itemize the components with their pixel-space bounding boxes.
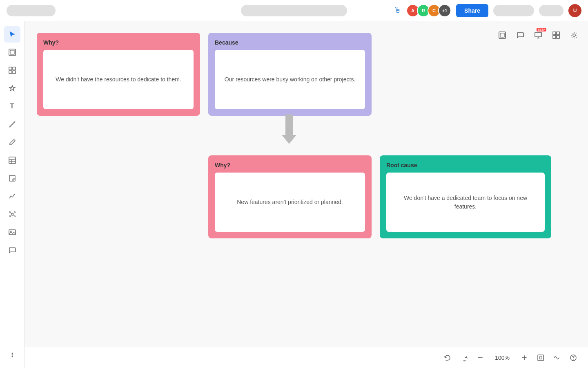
svg-rect-37 (538, 355, 543, 361)
topbar-right: 🖱 A R C +1 Share U (394, 4, 581, 17)
svg-point-33 (11, 356, 13, 357)
card-why-2[interactable]: Why? New features aren't prioritized or … (208, 155, 372, 238)
arrow-shaft (285, 114, 293, 135)
sidebar-star-tool[interactable] (4, 80, 20, 96)
svg-rect-19 (9, 175, 15, 181)
topbar: 🖱 A R C +1 Share U (0, 0, 588, 21)
sidebar-comment-tool[interactable] (4, 242, 20, 258)
svg-rect-38 (539, 357, 542, 359)
arrow-connector (282, 114, 296, 144)
svg-rect-5 (553, 36, 556, 38)
card-why-1-text: We didn't have the resources to dedicate… (56, 75, 181, 84)
svg-point-7 (573, 34, 575, 36)
sidebar-table-tool[interactable] (4, 152, 20, 168)
wave-btn[interactable] (550, 351, 564, 364)
share-button[interactable]: Share (456, 4, 488, 17)
grid-tool-btn[interactable] (549, 28, 564, 43)
card-why-1-label: Why? (43, 39, 194, 46)
svg-line-27 (10, 215, 11, 216)
sidebar-frame-tool[interactable] (4, 44, 20, 61)
svg-rect-9 (10, 50, 14, 54)
arrow-head (282, 135, 296, 144)
extra-pill-1 (493, 5, 534, 16)
present-tool-btn[interactable]: BETA (531, 28, 546, 43)
sidebar-cursor-tool[interactable] (4, 26, 20, 43)
settings-btn[interactable] (567, 28, 581, 43)
extra-pill-2 (539, 5, 564, 16)
sidebar-mindmap-tool[interactable] (4, 206, 20, 222)
avatar-overflow: +1 (438, 4, 451, 17)
sidebar-line-tool[interactable] (4, 116, 20, 132)
svg-point-31 (11, 353, 13, 354)
left-sidebar: T (0, 21, 24, 368)
card-root-cause-inner: We don't have a dedicated team to focus … (386, 173, 545, 232)
card-root-cause-label: Root cause (386, 162, 545, 168)
search-pill (241, 5, 347, 16)
svg-line-14 (9, 121, 15, 127)
sidebar-text-tool[interactable]: T (4, 98, 20, 114)
sidebar-sticky-tool[interactable] (4, 170, 20, 186)
svg-rect-11 (13, 67, 16, 70)
svg-point-20 (11, 213, 13, 215)
card-root-cause-text: We don't have a dedicated team to focus … (394, 194, 537, 211)
svg-rect-6 (557, 36, 559, 38)
sidebar-more-tool[interactable] (4, 347, 20, 363)
collaborator-avatars: A R C +1 (406, 4, 451, 17)
help-btn[interactable] (567, 351, 580, 364)
svg-rect-4 (557, 32, 559, 35)
card-why-1-inner: We didn't have the resources to dedicate… (43, 50, 194, 109)
topbar-center (241, 5, 347, 16)
card-root-cause[interactable]: Root cause We don't have a dedicated tea… (380, 155, 551, 238)
svg-line-28 (13, 215, 14, 216)
card-because-label: Because (215, 39, 365, 46)
svg-point-32 (11, 355, 13, 356)
svg-line-25 (10, 213, 11, 213)
svg-rect-12 (9, 71, 12, 74)
sidebar-chart-tool[interactable] (4, 188, 20, 204)
svg-rect-29 (9, 230, 16, 235)
svg-rect-10 (9, 67, 12, 70)
cursor-tool-icon: 🖱 (394, 6, 401, 15)
frame-tool-btn[interactable] (495, 28, 510, 43)
right-toolbar: BETA (495, 28, 581, 43)
card-why-1[interactable]: Why? We didn't have the resources to ded… (37, 33, 200, 116)
beta-badge: BETA (537, 28, 546, 31)
svg-rect-2 (535, 32, 541, 37)
sidebar-components-tool[interactable] (4, 62, 20, 79)
comment-tool-btn[interactable] (513, 28, 528, 43)
svg-rect-13 (13, 71, 16, 74)
card-because-inner: Our resources were busy working on other… (215, 50, 365, 109)
svg-line-26 (13, 213, 14, 213)
zoom-level: 100% (490, 355, 514, 361)
card-because-text: Our resources were busy working on other… (225, 75, 356, 84)
redo-btn[interactable] (457, 351, 470, 364)
card-why-2-inner: New features aren't prioritized or plann… (215, 173, 365, 232)
sidebar-pencil-tool[interactable] (4, 134, 20, 150)
card-why-2-label: Why? (215, 162, 365, 168)
svg-rect-3 (553, 32, 556, 35)
sidebar-image-tool[interactable] (4, 224, 20, 240)
user-avatar: U (568, 4, 581, 17)
card-why-2-text: New features aren't prioritized or plann… (237, 198, 343, 206)
bottombar: 100% (24, 347, 588, 368)
zoom-in-btn[interactable] (518, 351, 531, 364)
canvas-area[interactable]: Why? We didn't have the resources to ded… (24, 21, 588, 347)
zoom-out-btn[interactable] (474, 351, 487, 364)
svg-point-40 (573, 359, 574, 360)
card-because[interactable]: Because Our resources were busy working … (208, 33, 372, 116)
title-pill (7, 5, 56, 16)
undo-btn[interactable] (441, 351, 454, 364)
svg-rect-15 (9, 157, 16, 164)
fit-view-btn[interactable] (534, 351, 547, 364)
svg-rect-1 (500, 33, 504, 37)
topbar-left (7, 5, 56, 16)
